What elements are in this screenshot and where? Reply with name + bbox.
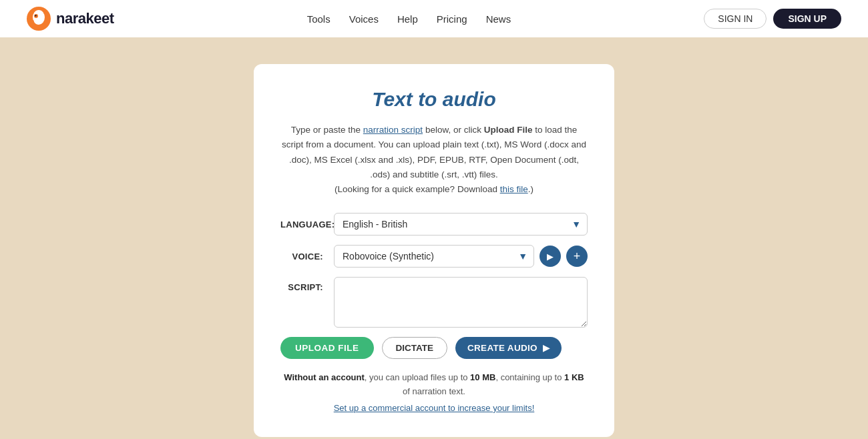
narration-script-link[interactable]: narration script — [363, 125, 423, 135]
create-audio-label: CREATE AUDIO — [467, 343, 537, 353]
nav-tools[interactable]: Tools — [307, 13, 331, 25]
nav-voices[interactable]: Voices — [349, 13, 379, 25]
create-audio-play-icon: ▶ — [543, 343, 550, 353]
voice-select-wrap: Robovoice (Synthetic) Female voice Male … — [334, 245, 534, 268]
commercial-account-link[interactable]: Set up a commercial account to increase … — [280, 402, 588, 416]
create-audio-button[interactable]: CREATE AUDIO ▶ — [455, 337, 562, 359]
signup-button[interactable]: SIGN UP — [773, 9, 841, 29]
text-to-audio-card: Text to audio Type or paste the narratio… — [254, 64, 614, 437]
signin-button[interactable]: SIGN IN — [704, 9, 767, 29]
nav-pricing[interactable]: Pricing — [437, 13, 467, 25]
main-nav: Tools Voices Help Pricing News — [307, 13, 511, 25]
upload-file-button[interactable]: UPLOAD FILE — [280, 337, 374, 359]
language-select[interactable]: English - British English - American Spa… — [334, 213, 588, 236]
language-select-wrap: English - British English - American Spa… — [334, 213, 588, 236]
voice-select[interactable]: Robovoice (Synthetic) Female voice Male … — [334, 245, 534, 268]
main-content: Text to audio Type or paste the narratio… — [0, 37, 868, 439]
script-textarea[interactable] — [334, 277, 588, 328]
voice-play-button[interactable]: ▶ — [539, 246, 561, 267]
logo-icon — [27, 7, 51, 31]
header-actions: SIGN IN SIGN UP — [704, 9, 841, 29]
dictate-button[interactable]: DICTATE — [382, 337, 448, 359]
header: narakeet Tools Voices Help Pricing News … — [0, 0, 868, 37]
svg-point-1 — [33, 10, 45, 25]
voice-label: VOICE: — [280, 252, 334, 262]
nav-news[interactable]: News — [486, 13, 511, 25]
logo-text: narakeet — [56, 10, 114, 27]
example-file-link[interactable]: this file — [500, 184, 528, 194]
svg-point-3 — [35, 15, 36, 16]
script-label: SCRIPT: — [280, 277, 334, 292]
logo-area: narakeet — [27, 7, 114, 31]
voice-add-button[interactable]: + — [566, 246, 588, 267]
script-row: SCRIPT: — [280, 277, 588, 328]
card-title: Text to audio — [280, 88, 588, 111]
language-row: LANGUAGE: English - British English - Am… — [280, 213, 588, 236]
language-label: LANGUAGE: — [280, 220, 334, 230]
action-row: UPLOAD FILE DICTATE CREATE AUDIO ▶ — [280, 337, 588, 359]
voice-row: VOICE: Robovoice (Synthetic) Female voic… — [280, 245, 588, 268]
voice-controls: Robovoice (Synthetic) Female voice Male … — [334, 245, 588, 268]
nav-help[interactable]: Help — [397, 13, 418, 25]
account-note: Without an account, you can upload files… — [280, 371, 588, 415]
card-description: Type or paste the narration script below… — [280, 123, 588, 197]
